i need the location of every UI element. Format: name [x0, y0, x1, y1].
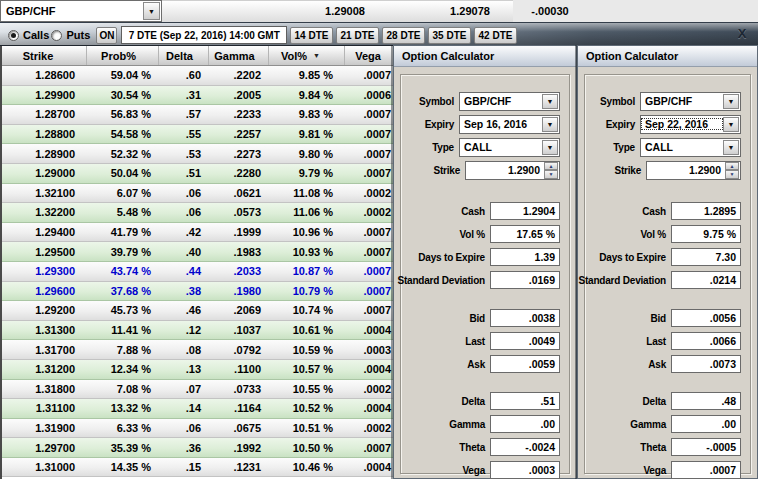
column-header-vol[interactable]: Vol% ▼: [269, 46, 345, 65]
calc-expiry-select[interactable]: Sep 22, 2016 ▼: [640, 115, 741, 134]
table-row[interactable]: 1.29600 37.68 % .38 .1980 10.79 % .0007: [2, 282, 403, 302]
prob-cell: 6.33 %: [87, 419, 159, 438]
symbol-dropdown-button[interactable]: ▼: [723, 94, 739, 109]
table-row[interactable]: 1.29200 45.73 % .46 .2069 10.74 % .0007: [2, 301, 403, 321]
tab-7dte-selected[interactable]: 7 DTE (Sep 22, 2016) 14:00 GMT: [121, 26, 287, 44]
spinner-buttons[interactable]: ▲ ▼: [725, 162, 739, 179]
table-row[interactable]: 1.32100 6.07 % .06 .0621 11.08 % .0002: [2, 184, 403, 204]
spin-down-icon[interactable]: ▼: [725, 170, 739, 179]
vol-cell: 10.51 %: [269, 419, 345, 438]
panel-title[interactable]: Option Calculator: [394, 46, 576, 67]
delta-cell: .57: [159, 105, 209, 124]
calc-field-value[interactable]: .0003: [490, 461, 560, 479]
symbol-dropdown-button[interactable]: ▼: [143, 2, 160, 20]
calc-field-value[interactable]: 1.2904: [490, 202, 560, 220]
table-row[interactable]: 1.28600 59.04 % .60 .2202 9.85 % .0007: [2, 66, 403, 86]
table-row[interactable]: 1.28700 56.83 % .57 .2233 9.83 % .0007: [2, 105, 403, 125]
symbol-select[interactable]: GBP/CHF ▼: [0, 0, 162, 22]
calc-type-select[interactable]: CALL ▼: [459, 138, 560, 157]
calc-field-value[interactable]: 7.30: [671, 248, 741, 266]
table-row[interactable]: 1.29400 41.79 % .42 .1999 10.96 % .0007: [2, 223, 403, 243]
column-header-prob[interactable]: Prob%: [87, 46, 159, 65]
expiry-dropdown-button[interactable]: ▼: [542, 117, 558, 132]
table-row[interactable]: 1.29500 39.79 % .40 .1983 10.93 % .0007: [2, 242, 403, 262]
on-button[interactable]: ON: [96, 27, 117, 44]
dte-tab-button[interactable]: 42 DTE: [474, 27, 517, 44]
calc-field-value[interactable]: .0214: [671, 271, 741, 289]
spinner-buttons[interactable]: ▲ ▼: [544, 162, 558, 179]
calc-field-value[interactable]: .0056: [671, 309, 741, 327]
spin-up-icon[interactable]: ▲: [544, 162, 558, 171]
calc-field-value[interactable]: 9.75 %: [671, 225, 741, 243]
market-group: Bid .0038 Last .0049 Ask .0059: [405, 308, 560, 374]
table-row[interactable]: 1.31300 11.41 % .12 .1037 10.61 % .0004: [2, 321, 403, 341]
calc-field-value[interactable]: .0073: [671, 355, 741, 373]
table-row[interactable]: 1.29300 43.74 % .44 .2033 10.87 % .0007: [2, 262, 403, 282]
table-row[interactable]: 1.29000 50.04 % .51 .2280 9.79 % .0007: [2, 164, 403, 184]
calc-type-value: CALL: [641, 141, 723, 153]
symbol-field-label: Symbol: [600, 96, 635, 107]
table-row[interactable]: 1.29900 30.54 % .31 .2005 9.84 % .0006: [2, 86, 403, 106]
table-row[interactable]: 1.31200 12.34 % .13 .1100 10.57 % .0004: [2, 360, 403, 380]
calc-field-value[interactable]: 17.65 %: [490, 225, 560, 243]
column-header-gamma[interactable]: Gamma: [209, 46, 269, 65]
calc-field-value[interactable]: .0059: [490, 355, 560, 373]
strike-spinner[interactable]: 1.2900 ▲ ▼: [465, 161, 560, 180]
strike-spinner[interactable]: 1.2900 ▲ ▼: [646, 161, 741, 180]
calc-field-row: Bid .0056: [589, 308, 741, 328]
vega-cell: .0007: [345, 144, 399, 163]
table-row[interactable]: 1.31800 7.08 % .07 .0733 10.55 % .0002: [2, 380, 403, 400]
table-row[interactable]: 1.31100 13.32 % .14 .1164 10.52 % .0004: [2, 399, 403, 419]
puts-radio[interactable]: [51, 30, 62, 41]
delta-cell: .53: [159, 144, 209, 163]
calc-field-value[interactable]: .48: [671, 392, 741, 410]
puts-label: Puts: [66, 29, 90, 41]
calc-symbol-select[interactable]: GBP/CHF ▼: [459, 92, 560, 111]
calc-field-value[interactable]: -.0005: [671, 438, 741, 456]
calc-field-value[interactable]: .00: [671, 415, 741, 433]
type-dropdown-button[interactable]: ▼: [542, 140, 558, 155]
type-dropdown-button[interactable]: ▼: [723, 140, 739, 155]
calc-field-value[interactable]: -.0024: [490, 438, 560, 456]
panel-title[interactable]: Option Calculator: [578, 46, 757, 67]
calls-radio[interactable]: [8, 30, 19, 41]
calc-field-value[interactable]: .51: [490, 392, 560, 410]
calc-field-value[interactable]: .0038: [490, 309, 560, 327]
calls-radio-group[interactable]: Calls: [8, 29, 51, 41]
table-row[interactable]: 1.32200 5.48 % .06 .0573 11.06 % .0002: [2, 203, 403, 223]
column-header-vega[interactable]: Vega: [345, 46, 399, 65]
dte-tab-button[interactable]: 28 DTE: [382, 27, 425, 44]
puts-radio-group[interactable]: Puts: [51, 29, 90, 41]
dte-tab-button[interactable]: 35 DTE: [428, 27, 471, 44]
calc-field-value[interactable]: .0049: [490, 332, 560, 350]
calc-expiry-select[interactable]: Sep 16, 2016 ▼: [459, 115, 560, 134]
calc-field-label: Last: [646, 336, 666, 347]
vega-cell: .0007: [345, 262, 399, 281]
table-row[interactable]: 1.29700 35.39 % .36 .1992 10.50 % .0007: [2, 438, 403, 458]
table-row[interactable]: 1.31900 6.33 % .06 .0675 10.51 % .0002: [2, 419, 403, 439]
table-row[interactable]: 1.31000 14.35 % .15 .1231 10.46 % .0004: [2, 458, 403, 478]
expiry-dropdown-button[interactable]: ▼: [723, 117, 739, 132]
strike-cell: 1.31300: [2, 321, 87, 340]
table-header: Strike Prob% Delta Gamma Vol% ▼ Vega: [2, 46, 403, 66]
calc-field-value[interactable]: 1.39: [490, 248, 560, 266]
close-icon[interactable]: X: [734, 26, 750, 42]
calc-field-value[interactable]: .0169: [490, 271, 560, 289]
calc-type-select[interactable]: CALL ▼: [640, 138, 741, 157]
dte-tab-button[interactable]: 21 DTE: [336, 27, 379, 44]
calc-field-value[interactable]: .00: [490, 415, 560, 433]
spin-up-icon[interactable]: ▲: [725, 162, 739, 171]
calc-symbol-select[interactable]: GBP/CHF ▼: [640, 92, 741, 111]
column-header-delta[interactable]: Delta: [159, 46, 209, 65]
spin-down-icon[interactable]: ▼: [544, 170, 558, 179]
table-row[interactable]: 1.31700 7.88 % .08 .0792 10.59 % .0003: [2, 340, 403, 360]
calc-field-value[interactable]: .0007: [671, 461, 741, 479]
symbol-dropdown-button[interactable]: ▼: [542, 94, 558, 109]
delta-cell: .14: [159, 399, 209, 418]
table-row[interactable]: 1.28800 54.58 % .55 .2257 9.81 % .0007: [2, 125, 403, 145]
table-row[interactable]: 1.28900 52.32 % .53 .2273 9.80 % .0007: [2, 144, 403, 164]
dte-tab-button[interactable]: 14 DTE: [290, 27, 333, 44]
column-header-strike[interactable]: Strike: [2, 46, 87, 65]
calc-field-value[interactable]: .0066: [671, 332, 741, 350]
calc-field-value[interactable]: 1.2895: [671, 202, 741, 220]
